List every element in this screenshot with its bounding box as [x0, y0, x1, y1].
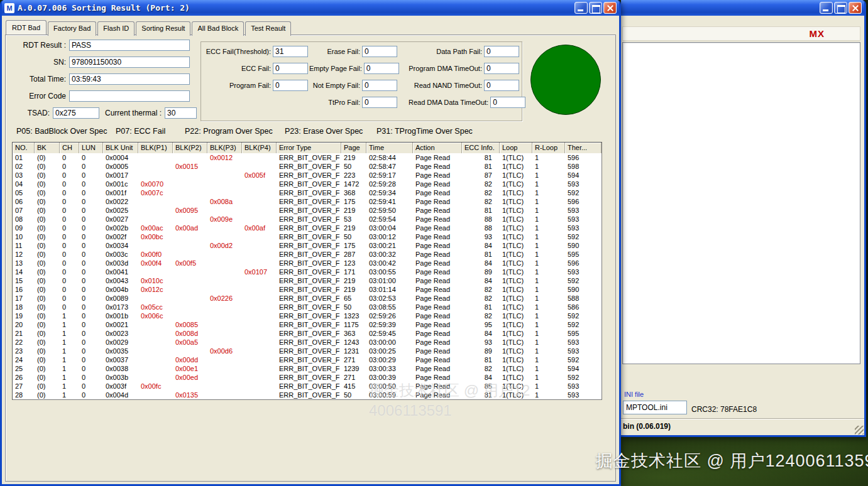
column-header[interactable]: BK [35, 143, 60, 153]
column-header[interactable]: Ther... [565, 143, 602, 153]
table-row[interactable]: 20(0)100x00210x0085ERR_BIT_OVER_F117502:… [13, 320, 602, 329]
counter-input[interactable] [362, 80, 397, 91]
table-cell [242, 232, 277, 241]
table-row[interactable]: 28(0)100x004d0x0135ERR_BIT_OVER_F5003:00… [13, 391, 602, 399]
column-header[interactable]: Action [413, 143, 462, 153]
counter-input[interactable] [484, 63, 519, 74]
column-header[interactable]: R-Loop [532, 143, 565, 153]
column-header[interactable]: NO. [13, 143, 35, 153]
minimize-button[interactable] [574, 2, 588, 14]
table-cell [173, 197, 207, 206]
table-cell: 0 [79, 224, 103, 232]
counter-row: Program DMA TimeOut: [409, 63, 519, 74]
counter-input[interactable] [364, 63, 399, 74]
tsad-input[interactable] [53, 107, 99, 119]
table-cell [138, 338, 173, 347]
main-titlebar[interactable]: M A.0.07.006 Sorting Result (Port: 2) [2, 0, 619, 16]
tab-sorting-result[interactable]: Sorting Result [136, 21, 190, 36]
table-cell: 0x00ac [138, 224, 173, 232]
column-header[interactable]: BLK(P3) [207, 143, 242, 153]
maximize-button[interactable] [589, 2, 602, 14]
counter-input[interactable] [273, 46, 308, 57]
counter-input[interactable] [273, 63, 308, 74]
column-header[interactable]: Time [366, 143, 413, 153]
table-row[interactable]: 15(0)000x00430x010cERR_BIT_OVER_F21903:0… [13, 276, 602, 285]
column-header[interactable]: BLK(P1) [138, 143, 173, 153]
table-row[interactable]: 19(0)100x001b0x006cERR_BIT_OVER_F132302:… [13, 311, 602, 320]
table-row[interactable]: 27(0)100x003f0x00fcERR_BIT_OVER_F41503:0… [13, 382, 602, 391]
table-row[interactable]: 24(0)100x00370x00ddERR_BIT_OVER_F27103:0… [13, 355, 602, 364]
table-row[interactable]: 21(0)100x00230x008dERR_BIT_OVER_F36302:5… [13, 329, 602, 338]
table-row[interactable]: 13(0)000x003d0x00f40x00f5ERR_BIT_OVER_F1… [13, 259, 602, 267]
table-cell: 0 [79, 364, 103, 373]
column-header[interactable]: BLK Unit [103, 143, 138, 153]
column-header[interactable]: LUN [79, 143, 103, 153]
table-row[interactable]: 05(0)000x001f0x007cERR_BIT_OVER_F36802:5… [13, 188, 602, 197]
tab-flash-id[interactable]: Flash ID [97, 21, 135, 36]
column-header[interactable]: Page [341, 143, 366, 153]
table-cell: 85 [462, 382, 500, 391]
table-cell [173, 276, 207, 285]
table-cell: 1 [532, 267, 565, 276]
table-row[interactable]: 06(0)000x00220x008aERR_BIT_OVER_F17502:5… [13, 197, 602, 206]
column-header[interactable]: Error Type [277, 143, 341, 153]
field-input[interactable] [69, 90, 190, 102]
column-header[interactable]: CH [60, 143, 79, 153]
table-row[interactable]: 14(0)000x00410x0107ERR_BIT_OVER_F17103:0… [13, 267, 602, 276]
table-cell: 0 [79, 276, 103, 285]
table-row[interactable]: 18(0)000x01730x05ccERR_BIT_OVER_F5003:08… [13, 303, 602, 311]
table-cell: 1 [60, 382, 79, 391]
secondary-titlebar[interactable] [621, 0, 864, 16]
counters-column-1: ECC Fail(Threshold):ECC Fail:Program Fai… [204, 46, 308, 97]
table-row[interactable]: 23(0)100x00350x00d6ERR_BIT_OVER_F123103:… [13, 347, 602, 355]
table-cell: 1 [532, 241, 565, 250]
minimize-button[interactable] [820, 2, 833, 14]
table-row[interactable]: 26(0)100x003b0x00edERR_BIT_OVER_F27103:0… [13, 373, 602, 382]
field-input[interactable] [69, 57, 190, 68]
table-row[interactable]: 01(0)000x00040x0012ERR_BIT_OVER_F21902:5… [13, 153, 602, 162]
tab-all-bad-block[interactable]: All Bad Block [192, 21, 244, 36]
table-cell: 02:59:26 [366, 311, 413, 320]
table-row[interactable]: 10(0)000x002f0x00bcERR_BIT_OVER_F5003:00… [13, 232, 602, 241]
resize-grip[interactable] [855, 426, 864, 435]
table-row[interactable]: 07(0)000x00250x0095ERR_BIT_OVER_F21902:5… [13, 206, 602, 215]
counter-input[interactable] [490, 97, 525, 108]
ini-file-input[interactable] [623, 401, 687, 414]
field-input[interactable] [69, 73, 190, 85]
column-header[interactable]: Loop [500, 143, 532, 153]
column-header[interactable]: BLK(P4) [242, 143, 277, 153]
table-cell: Page Read [413, 267, 462, 276]
table-cell [242, 338, 277, 347]
counter-input[interactable] [362, 97, 397, 108]
column-header[interactable]: BLK(P2) [173, 143, 207, 153]
column-header[interactable]: ECC Info. [462, 143, 500, 153]
table-row[interactable]: 25(0)100x00380x00e1ERR_BIT_OVER_F123903:… [13, 364, 602, 373]
tab-factory-bad[interactable]: Factory Bad [48, 21, 96, 36]
table-cell: 1 [532, 171, 565, 180]
table-row[interactable]: 12(0)000x003c0x00f0ERR_BIT_OVER_F28703:0… [13, 250, 602, 259]
tab-rdt-bad[interactable]: RDT Bad [6, 20, 47, 35]
table-row[interactable]: 16(0)000x004b0x012cERR_BIT_OVER_F21903:0… [13, 285, 602, 294]
counter-input[interactable] [484, 46, 519, 57]
table-row[interactable]: 02(0)000x00050x0015ERR_BIT_OVER_F5002:58… [13, 162, 602, 171]
table-row[interactable]: 17(0)000x00890x0226ERR_BIT_OVER_F6503:02… [13, 294, 602, 303]
table-row[interactable]: 09(0)000x002b0x00ac0x00ad0x00afERR_BIT_O… [13, 224, 602, 232]
maximize-button[interactable] [834, 2, 847, 14]
table-row[interactable]: 08(0)000x00270x009eERR_BIT_OVER_F5302:59… [13, 215, 602, 224]
table-cell: 0 [60, 224, 79, 232]
table-cell: Page Read [413, 294, 462, 303]
table-row[interactable]: 04(0)000x001c0x0070ERR_BIT_OVER_F147202:… [13, 180, 602, 188]
tab-test-reault[interactable]: Test Reault [245, 21, 291, 36]
table-cell: Page Read [413, 180, 462, 188]
counter-input[interactable] [273, 80, 308, 91]
close-button[interactable] [849, 2, 862, 14]
current-thermal-input[interactable] [165, 107, 197, 119]
table-cell [207, 162, 242, 171]
close-button[interactable] [603, 2, 617, 14]
table-row[interactable]: 11(0)000x00340x00d2ERR_BIT_OVER_F17503:0… [13, 241, 602, 250]
field-input[interactable] [69, 40, 190, 51]
counter-input[interactable] [484, 80, 519, 91]
table-row[interactable]: 22(0)100x00290x00a5ERR_BIT_OVER_F124303:… [13, 338, 602, 347]
table-row[interactable]: 03(0)000x00170x005fERR_BIT_OVER_F22302:5… [13, 171, 602, 180]
counter-input[interactable] [362, 46, 397, 57]
